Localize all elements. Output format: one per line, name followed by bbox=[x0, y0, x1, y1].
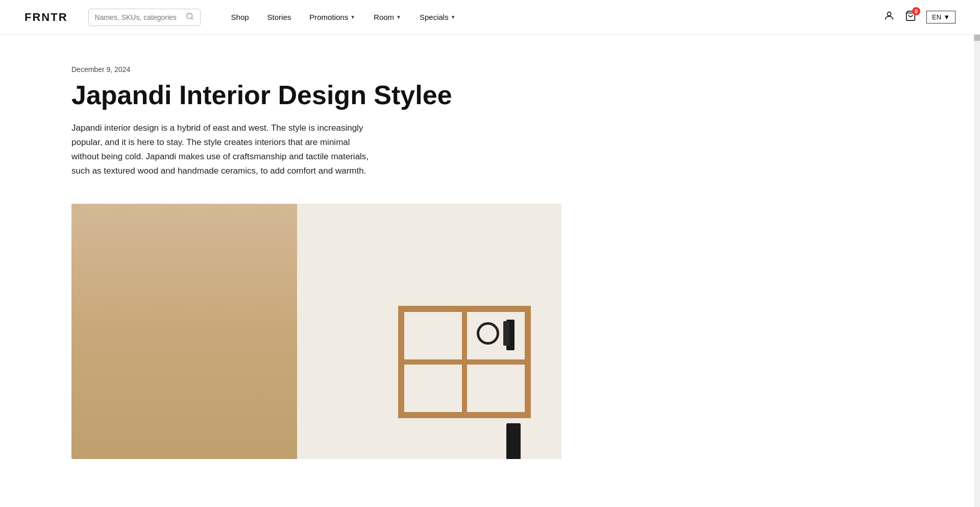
shelf-item-mirror bbox=[477, 322, 499, 345]
svg-point-0 bbox=[187, 13, 192, 19]
lang-dropdown-arrow: ▼ bbox=[943, 13, 950, 21]
shelf-vertical-divider bbox=[462, 312, 467, 412]
article-title: Japandi Interior Design Stylee bbox=[71, 81, 531, 110]
cart-button[interactable]: 0 bbox=[905, 10, 916, 24]
floor-item-cylinder bbox=[506, 423, 521, 459]
search-bar[interactable] bbox=[88, 9, 201, 26]
account-icon[interactable] bbox=[884, 10, 895, 24]
scrollbar[interactable] bbox=[974, 0, 980, 507]
image-background bbox=[71, 204, 561, 459]
image-left-panel bbox=[71, 204, 297, 459]
search-icon bbox=[186, 12, 194, 22]
site-logo[interactable]: FRNTR bbox=[24, 11, 68, 24]
shelf-unit bbox=[398, 306, 531, 418]
shelf-item-cylinder-small bbox=[503, 321, 509, 346]
room-dropdown-arrow: ▼ bbox=[396, 14, 401, 20]
language-selector[interactable]: EN ▼ bbox=[926, 11, 955, 23]
svg-point-2 bbox=[887, 12, 891, 16]
article-image bbox=[71, 204, 561, 459]
search-input[interactable] bbox=[95, 13, 184, 21]
nav-stories[interactable]: Stories bbox=[267, 13, 291, 21]
article-date: December 9, 2024 bbox=[71, 65, 898, 74]
nav-shop[interactable]: Shop bbox=[231, 13, 249, 21]
svg-line-1 bbox=[191, 18, 193, 19]
nav-promotions[interactable]: Promotions ▼ bbox=[309, 13, 355, 21]
promotions-dropdown-arrow: ▼ bbox=[350, 14, 355, 20]
main-content: December 9, 2024 Japandi Interior Design… bbox=[0, 35, 970, 459]
main-nav: Shop Stories Promotions ▼ Room ▼ Special… bbox=[231, 13, 884, 21]
cart-badge: 0 bbox=[912, 7, 920, 15]
article-intro: Japandi interior design is a hybrid of e… bbox=[71, 121, 378, 178]
nav-room[interactable]: Room ▼ bbox=[374, 13, 401, 21]
specials-dropdown-arrow: ▼ bbox=[451, 14, 456, 20]
site-header: FRNTR Shop Stories Promotions ▼ Room ▼ S… bbox=[0, 0, 980, 35]
shelf-frame bbox=[398, 306, 531, 418]
nav-specials[interactable]: Specials ▼ bbox=[420, 13, 456, 21]
image-right-panel bbox=[297, 204, 561, 459]
header-actions: 0 EN ▼ bbox=[884, 10, 955, 24]
